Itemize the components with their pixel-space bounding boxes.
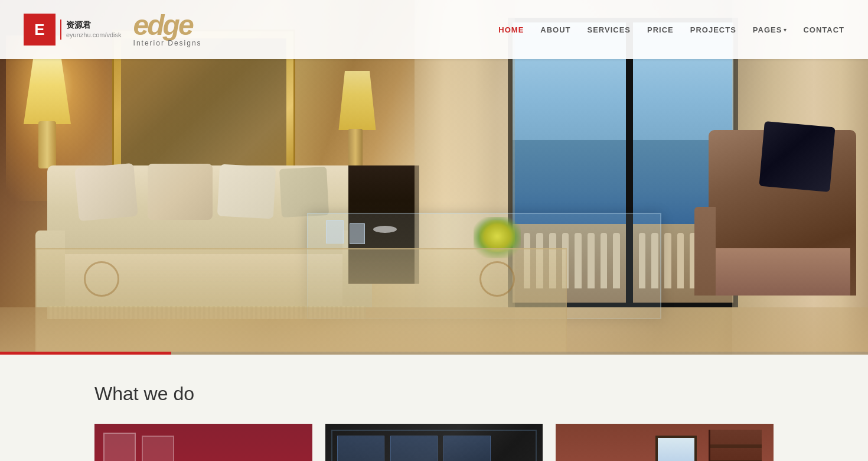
nav-link-pages[interactable]: PAGES	[753, 25, 782, 34]
hero-chair-arm	[694, 207, 716, 296]
nav-item-projects[interactable]: PROJECTS	[690, 24, 736, 35]
hero-chair-cushion	[714, 248, 850, 296]
chevron-down-icon: ▾	[784, 27, 787, 33]
nav-link-projects[interactable]: PROJECTS	[690, 25, 736, 34]
card-warm[interactable]	[556, 424, 774, 461]
hero-pillow-4	[279, 167, 329, 217]
hero-chair-pillow	[759, 121, 835, 192]
nav-item-home[interactable]: HOME	[498, 24, 524, 35]
hero-lamp-base	[38, 121, 56, 168]
card-dark-image	[325, 424, 543, 461]
nav-item-price[interactable]: PRICE	[647, 24, 674, 35]
nav-link-services[interactable]: SERVICES	[588, 25, 631, 34]
logo-brand-name: edge	[133, 12, 202, 38]
hero-pillow-2	[148, 164, 213, 220]
card-dark[interactable]	[325, 424, 543, 461]
nav-link-home[interactable]: HOME	[498, 25, 524, 34]
nav-links: HOME ABOUT SERVICES PRICE PROJECTS PAGES…	[498, 24, 844, 35]
card-red-image	[94, 424, 312, 461]
logo-text: 资源君 eyunzhu.com/vdisk	[60, 20, 122, 40]
hero-slider-progress	[0, 352, 171, 355]
card-warm-image	[556, 424, 774, 461]
logo[interactable]: E 资源君 eyunzhu.com/vdisk edge Interior De…	[24, 12, 202, 46]
navbar: E 资源君 eyunzhu.com/vdisk edge Interior De…	[0, 0, 868, 461]
nav-item-about[interactable]: ABOUT	[540, 24, 570, 35]
logo-badge: E	[24, 14, 56, 46]
hero-floor	[0, 307, 868, 355]
nav-item-pages[interactable]: PAGES ▾	[753, 25, 787, 34]
nav-link-contact[interactable]: CONTACT	[803, 25, 844, 34]
card-red[interactable]	[94, 424, 312, 461]
nav-item-services[interactable]: SERVICES	[588, 24, 631, 35]
logo-url: eyunzhu.com/vdisk	[66, 31, 122, 40]
nav-item-contact[interactable]: CONTACT	[803, 24, 844, 35]
cards-container	[94, 424, 774, 461]
logo-tagline: Interior Designs	[133, 40, 202, 47]
nav-link-about[interactable]: ABOUT	[540, 25, 570, 34]
nav-link-price[interactable]: PRICE	[647, 25, 674, 34]
navigation: E 资源君 eyunzhu.com/vdisk edge Interior De…	[0, 0, 868, 59]
logo-brand-block: edge Interior Designs	[133, 12, 202, 46]
hero-pillow-1	[74, 163, 138, 221]
what-we-do-section: What we do	[0, 355, 868, 461]
hero-mirror-inner	[121, 38, 286, 180]
section-title: What we do	[94, 383, 774, 405]
logo-name: 资源君	[66, 20, 122, 31]
hero-pillow-3	[217, 164, 276, 219]
